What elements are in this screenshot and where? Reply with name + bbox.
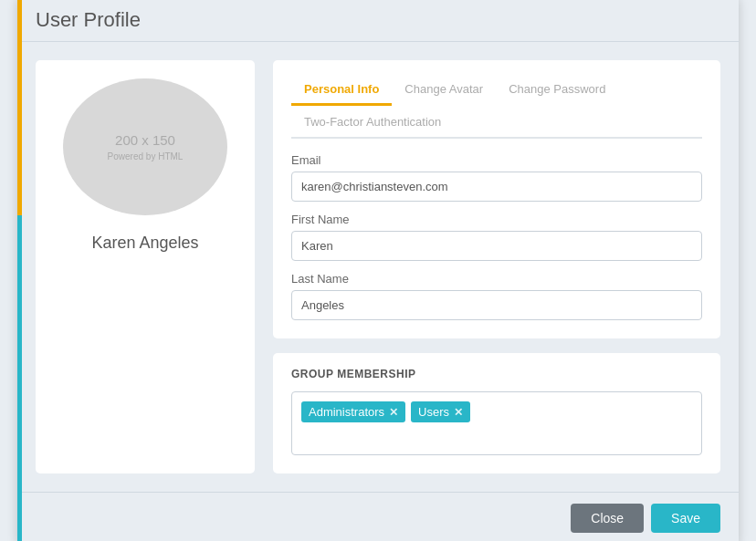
- close-button[interactable]: Close: [571, 504, 644, 533]
- user-profile-dialog: User Profile 200 x 150 Powered by HTML K…: [17, 0, 739, 541]
- avatar-powered-text: Powered by HTML: [108, 151, 184, 161]
- side-accent: [17, 0, 22, 541]
- lastname-field[interactable]: [291, 290, 702, 320]
- dialog-footer: Close Save: [17, 492, 739, 541]
- lastname-label: Last Name: [291, 272, 702, 286]
- tag-users-remove[interactable]: ✕: [454, 406, 463, 419]
- dialog-header: User Profile: [17, 0, 739, 42]
- personal-info-card: Personal Info Change Avatar Change Passw…: [273, 60, 720, 338]
- tag-users: Users ✕: [411, 401, 470, 422]
- group-title-part2: MEMBERSHIP: [337, 368, 415, 380]
- group-title-part1: GROUP: [291, 368, 333, 380]
- tags-area: Administrators ✕ Users ✕: [291, 391, 702, 455]
- save-button[interactable]: Save: [651, 504, 720, 533]
- group-membership-title: GROUP MEMBERSHIP: [291, 368, 702, 380]
- avatar: 200 x 150 Powered by HTML: [63, 78, 227, 215]
- user-name: Karen Angeles: [91, 234, 198, 253]
- tag-administrators-remove[interactable]: ✕: [389, 406, 398, 419]
- firstname-label: First Name: [291, 213, 702, 226]
- tag-users-label: Users: [418, 405, 449, 419]
- tag-administrators: Administrators ✕: [301, 401, 405, 422]
- dialog-body: 200 x 150 Powered by HTML Karen Angeles …: [17, 42, 739, 492]
- avatar-size-text: 200 x 150: [115, 132, 175, 148]
- group-membership-card: GROUP MEMBERSHIP Administrators ✕ Users …: [273, 353, 720, 473]
- tab-change-password[interactable]: Change Password: [496, 75, 618, 106]
- tab-personal-info[interactable]: Personal Info: [291, 75, 392, 106]
- right-panel: Personal Info Change Avatar Change Passw…: [273, 60, 720, 473]
- tab-bar: Personal Info Change Avatar Change Passw…: [291, 75, 702, 139]
- left-panel: 200 x 150 Powered by HTML Karen Angeles: [36, 60, 255, 473]
- tab-two-factor[interactable]: Two-Factor Authentication: [291, 108, 454, 139]
- email-label: Email: [291, 153, 702, 167]
- page-title: User Profile: [36, 8, 720, 32]
- firstname-field[interactable]: [291, 231, 702, 261]
- tab-change-avatar[interactable]: Change Avatar: [392, 75, 496, 106]
- tag-administrators-label: Administrators: [309, 405, 384, 419]
- email-field[interactable]: [291, 172, 702, 202]
